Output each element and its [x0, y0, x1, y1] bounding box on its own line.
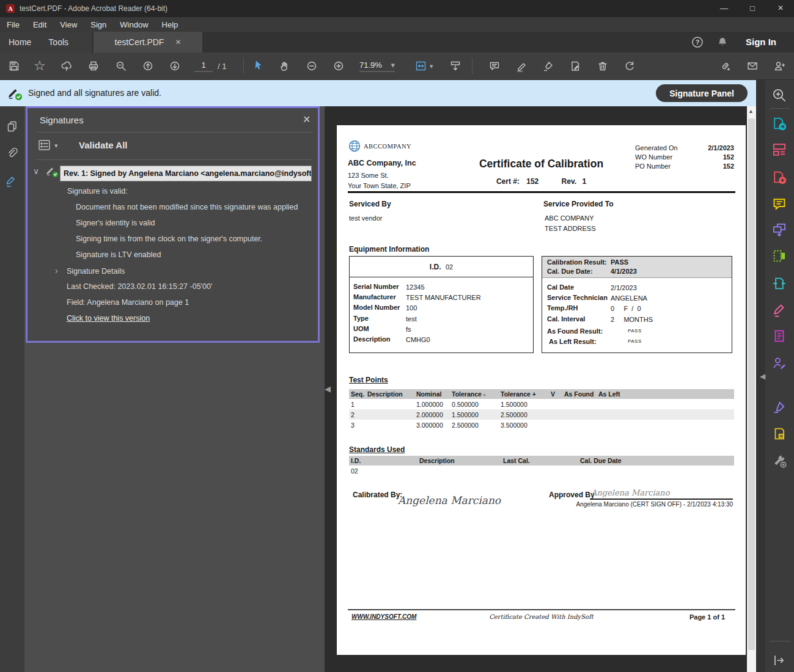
view-version-link[interactable]: Click to view this version: [67, 314, 150, 323]
create-pdf-icon[interactable]: [771, 169, 787, 188]
certificate-number-line: Cert #: 152 Rev. 1: [337, 177, 746, 186]
cal-label: As Found Result:: [547, 327, 603, 335]
options-dropdown-icon[interactable]: ▾: [54, 142, 58, 150]
signature-tree-collapse-icon[interactable]: ∨: [33, 166, 39, 176]
page-number-input[interactable]: 1: [194, 60, 213, 72]
signature-detail-line: Signing time is from the clock on the si…: [76, 235, 262, 243]
page-thumbnails-icon[interactable]: [6, 120, 19, 134]
signatures-panel-icon[interactable]: [5, 175, 20, 192]
header-rule: [348, 191, 735, 193]
send-email-icon[interactable]: [746, 60, 759, 72]
col-header: As Found: [564, 390, 594, 398]
combine-files-icon[interactable]: [771, 222, 787, 240]
acrobat-window: A testCert.PDF - Adobe Acrobat Reader (6…: [0, 0, 794, 672]
comment-icon[interactable]: [488, 60, 501, 72]
zoom-out-icon[interactable]: [306, 60, 318, 72]
rotate-icon[interactable]: [623, 60, 636, 72]
signature-options-icon[interactable]: [37, 138, 52, 153]
zoom-level-select[interactable]: 71.9% ▾: [359, 60, 395, 72]
menu-view[interactable]: View: [53, 20, 84, 29]
signature-details-item[interactable]: Signature Details: [67, 267, 125, 276]
next-page-icon[interactable]: [169, 60, 181, 72]
attachments-icon[interactable]: [6, 147, 19, 161]
compress-pdf-icon[interactable]: [771, 276, 787, 294]
prepare-form-icon[interactable]: [771, 328, 787, 346]
search-tools-icon[interactable]: [771, 87, 787, 103]
tab-document[interactable]: testCert.PDF ✕: [94, 32, 202, 53]
signature-panel-button[interactable]: Signature Panel: [656, 84, 748, 102]
minimize-button-icon[interactable]: —: [720, 4, 728, 13]
zoom-dropdown-icon: ▾: [391, 60, 395, 70]
sign-in-button[interactable]: Sign In: [746, 37, 776, 47]
star-favorites-icon[interactable]: ☆: [34, 60, 46, 72]
select-tool-icon[interactable]: [252, 59, 264, 73]
delete-pages-icon[interactable]: [597, 60, 609, 72]
maximize-button-icon[interactable]: □: [750, 4, 755, 13]
zoom-in-icon[interactable]: [333, 60, 345, 72]
share-with-others-icon[interactable]: [773, 60, 785, 72]
service-provided-to-label: Service Provided To: [543, 200, 614, 208]
highlight-icon[interactable]: [515, 60, 527, 72]
measure-tool-icon[interactable]: [449, 60, 461, 72]
more-tools-icon[interactable]: [771, 453, 787, 471]
cell: 2: [351, 411, 355, 418]
scrollbar-thumb[interactable]: [748, 119, 755, 650]
cal-value: 2 MONTHS: [611, 316, 653, 323]
request-esignatures-icon[interactable]: [771, 355, 787, 373]
collapse-nav-pane-icon[interactable]: ◀: [325, 384, 331, 393]
notifications-bell-icon[interactable]: [716, 36, 729, 50]
fill-and-sign-icon[interactable]: [569, 60, 581, 72]
cloud-upload-icon[interactable]: [61, 60, 73, 72]
previous-page-icon[interactable]: [142, 60, 154, 72]
eq-value: test: [406, 315, 417, 323]
col-header: Seq.: [351, 390, 364, 398]
print-icon[interactable]: [87, 60, 100, 72]
fit-width-icon[interactable]: [414, 59, 429, 73]
svg-text:A: A: [8, 5, 13, 12]
fit-dropdown-icon[interactable]: ▾: [430, 62, 433, 70]
ink-signature-icon[interactable]: [542, 60, 554, 72]
help-icon[interactable]: ?: [691, 36, 704, 50]
eq-label: Model Number: [353, 304, 400, 311]
test-points-table: Seq. Description Nominal Tolerance - Tol…: [349, 389, 734, 430]
menu-edit[interactable]: Edit: [26, 20, 53, 29]
tab-tools[interactable]: Tools: [40, 37, 77, 47]
meta-value: 152: [723, 153, 734, 161]
menu-window[interactable]: Window: [113, 20, 155, 29]
expand-tools-pane-icon[interactable]: [771, 653, 786, 668]
cell: 1.500000: [452, 411, 479, 418]
certificates-tool-icon[interactable]: [771, 399, 787, 417]
signature-valid-icon: [7, 86, 23, 103]
cal-label: As Left Result:: [549, 338, 597, 345]
tab-close-icon[interactable]: ✕: [175, 38, 181, 46]
hand-tool-icon[interactable]: [279, 60, 291, 72]
standards-table: I.D. Description Last Cal. Cal. Due Date…: [349, 456, 734, 476]
menu-help[interactable]: Help: [155, 20, 185, 29]
signature-details-expand-icon[interactable]: ›: [55, 266, 58, 276]
company-logo-text: ABCCOMPANY: [364, 143, 411, 150]
save-icon[interactable]: [8, 60, 20, 72]
menu-sign[interactable]: Sign: [84, 20, 113, 29]
panel-divider: [37, 159, 313, 160]
edit-pdf-icon[interactable]: [771, 141, 787, 159]
sticky-note-tool-icon[interactable]: [771, 426, 787, 444]
export-pdf-icon[interactable]: [771, 115, 787, 134]
share-link-icon[interactable]: [719, 60, 732, 72]
tab-home[interactable]: Home: [0, 37, 40, 47]
scroll-up-icon[interactable]: ▲: [748, 108, 754, 114]
last-checked-line: Last Checked: 2023.02.01 16:15:27 -05'00…: [67, 282, 212, 291]
fill-and-sign-tool-icon[interactable]: [771, 302, 787, 320]
document-scrollbar[interactable]: ▲: [747, 106, 756, 672]
menu-file[interactable]: File: [0, 20, 26, 29]
comment-tool-icon[interactable]: [771, 196, 787, 214]
signatures-panel-close-icon[interactable]: ✕: [303, 114, 311, 125]
eq-value: 12345: [406, 283, 425, 291]
meta-label: WO Number: [635, 153, 672, 161]
collapse-tools-pane-icon[interactable]: ◀: [760, 372, 765, 381]
search-icon[interactable]: [115, 60, 127, 72]
organize-pages-icon[interactable]: [771, 248, 787, 266]
signature-rev-item[interactable]: Rev. 1: Signed by Angelena Marciano <ang…: [60, 166, 312, 181]
validate-all-button[interactable]: Validate All: [79, 140, 127, 150]
result-label: Calibration Result:: [547, 258, 607, 266]
close-button-icon[interactable]: ✕: [777, 4, 784, 12]
